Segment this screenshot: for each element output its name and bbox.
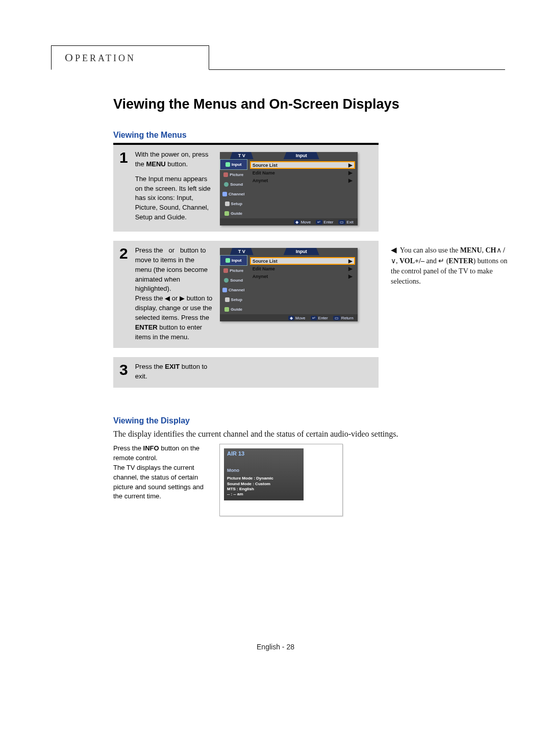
ch-up-icon: ∧ xyxy=(496,246,502,254)
step-text: With the power on, press the MENU button… xyxy=(135,150,213,222)
info-line: -- : -- am xyxy=(227,492,300,497)
osd-tab-input: Input xyxy=(284,152,319,159)
menu-source-list: Source List▶ xyxy=(251,162,355,168)
menu-anynet: Anynet▶ xyxy=(251,273,355,280)
side-channel: Channel xyxy=(220,285,247,295)
side-setup: Setup xyxy=(220,199,247,209)
osd-tab-input: Input xyxy=(284,248,319,255)
side-picture: Picture xyxy=(220,170,247,180)
side-input: Input xyxy=(220,255,247,266)
side-input: Input xyxy=(220,159,247,170)
side-sound: Sound xyxy=(220,275,247,285)
osd-sidebar: Input Picture Sound Channel Setup Guide xyxy=(220,255,247,314)
enter-icon: ↵ xyxy=(438,257,444,265)
section-tab: OPERATION xyxy=(51,45,209,70)
menu-edit-name: Edit Name▶ xyxy=(251,169,355,176)
page-footer: English - 28 xyxy=(0,643,551,651)
info-line: Picture Mode : Dynamic xyxy=(227,476,300,481)
osd-main: Source List▶ Edit Name▶ Anynet▶ xyxy=(247,159,358,218)
header-row: OPERATION xyxy=(51,44,505,70)
page-title: Viewing the Menus and On-Screen Displays xyxy=(113,96,505,112)
side-guide: Guide xyxy=(220,305,247,314)
info-osd: AIR 13 Mono Picture Mode : Dynamic Sound… xyxy=(224,448,304,500)
info-text: Press the INFO button on the remote cont… xyxy=(113,444,210,501)
step-text: Press the or button to move to items in … xyxy=(135,246,213,342)
osd-tab-tv: T V xyxy=(230,152,254,159)
info-line: Sound Mode : Custom xyxy=(227,482,300,487)
side-picture: Picture xyxy=(220,266,247,275)
osd-tab-tv: T V xyxy=(230,248,254,255)
left-icon: ◀ xyxy=(391,246,399,254)
step-number: 2 xyxy=(119,246,128,261)
osd-sidebar: Input Picture Sound Channel Setup Guide xyxy=(220,159,247,218)
info-step: Press the INFO button on the remote cont… xyxy=(113,444,505,516)
side-note: ◀ You can also use the MENU, CH∧ / ∨, VO… xyxy=(391,245,513,287)
menu-edit-name: Edit Name▶ xyxy=(251,265,355,272)
side-sound: Sound xyxy=(220,180,247,189)
info-screenshot: AIR 13 Mono Picture Mode : Dynamic Sound… xyxy=(219,444,343,516)
menu-source-list: Source List▶ xyxy=(251,258,355,264)
ch-down-icon: ∨ xyxy=(391,257,396,265)
step-1: 1 With the power on, press the MENU butt… xyxy=(113,143,505,232)
osd-main: Source List▶ Edit Name▶ Anynet▶ xyxy=(247,255,358,314)
osd-footer: ◆Move ↵Enter ▭Return xyxy=(220,314,358,321)
side-guide: Guide xyxy=(220,209,247,218)
osd-screenshot-2: T V Input Input Picture Sound Channel Se… xyxy=(220,248,358,321)
step-number: 3 xyxy=(119,362,128,377)
info-mono: Mono xyxy=(227,468,300,473)
info-channel: AIR 13 xyxy=(227,450,300,457)
section-title-menus: Viewing the Menus xyxy=(113,131,505,140)
info-line: MTS : English xyxy=(227,487,300,492)
left-icon: ◀ xyxy=(165,294,170,304)
step-text: Press the EXIT button to exit. xyxy=(135,362,213,382)
menu-anynet: Anynet▶ xyxy=(251,177,355,184)
section-title-display: Viewing the Display xyxy=(113,416,505,425)
step-2: 2 Press the or button to move to items i… xyxy=(113,241,505,348)
right-icon: ▶ xyxy=(180,294,185,304)
step-3: 3 Press the EXIT button to exit. xyxy=(113,357,505,388)
osd-screenshot-1: T V Input Input Picture Sound Channel Se… xyxy=(220,152,358,225)
osd-footer: ◆Move ↵Enter ▭Exit xyxy=(220,218,358,225)
section-body: The display identifies the current chann… xyxy=(113,430,501,439)
side-setup: Setup xyxy=(220,295,247,305)
step-number: 1 xyxy=(119,150,128,165)
side-channel: Channel xyxy=(220,189,247,199)
